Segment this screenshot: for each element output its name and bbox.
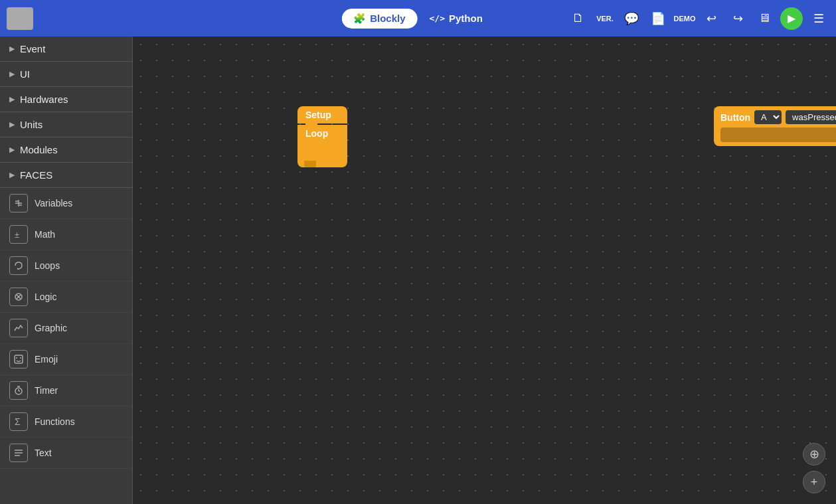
- setup-block-label: Setup: [305, 110, 331, 120]
- center-canvas-button[interactable]: ⊕: [803, 443, 825, 465]
- loops-label: Loops: [35, 260, 60, 271]
- sidebar-group-faces-header[interactable]: ▶ FACES: [0, 163, 132, 187]
- sidebar-group-faces: ▶ FACES: [0, 163, 132, 188]
- python-icon: </>: [430, 13, 445, 23]
- new-file-button[interactable]: 🗋: [568, 8, 589, 29]
- button-block-inner: Button A wasPressed: [714, 106, 836, 146]
- text-icon: [9, 444, 28, 462]
- canvas-area: Setup Loop Button A wasPressed: [133, 37, 836, 504]
- sidebar-item-emoji[interactable]: Emoji: [0, 344, 132, 375]
- button-block-label: Button: [720, 112, 750, 123]
- hardwares-arrow-icon: ▶: [9, 95, 15, 104]
- sidebar-group-hardwares-label: Hardwares: [20, 94, 68, 105]
- loop-block-label: Loop: [305, 128, 328, 139]
- variables-label: Variables: [35, 198, 72, 209]
- zoom-in-button[interactable]: +: [803, 471, 825, 493]
- graphic-icon: [9, 319, 28, 337]
- sidebar-group-units-header[interactable]: ▶ Units: [0, 112, 132, 137]
- screen-icon: 🖥: [758, 11, 770, 25]
- chat-icon: 💬: [624, 11, 639, 26]
- tab-blockly-label: Blockly: [370, 13, 405, 24]
- button-option-was-pressed[interactable]: wasPressed: [786, 110, 836, 124]
- setup-loop-block[interactable]: Setup Loop: [297, 106, 347, 167]
- header: 🧩 Blockly </> Python 🗋 VER. 💬 📄 DEMO ↩ ↪: [0, 0, 836, 37]
- sidebar-group-hardwares-header[interactable]: ▶ Hardwares: [0, 87, 132, 112]
- graphic-label: Graphic: [35, 323, 67, 333]
- sidebar-group-event-label: Event: [20, 43, 45, 54]
- sidebar-group-modules: ▶ Modules: [0, 137, 132, 163]
- emoji-label: Emoji: [35, 354, 58, 365]
- timer-icon: [9, 381, 28, 400]
- timer-label: Timer: [35, 385, 58, 396]
- text-label: Text: [35, 448, 52, 458]
- redo-icon: ↪: [733, 11, 743, 26]
- button-block[interactable]: Button A wasPressed: [714, 106, 836, 146]
- doc-icon: 📄: [651, 11, 665, 26]
- functions-icon: Σ: [9, 412, 28, 431]
- sidebar-group-modules-header[interactable]: ▶ Modules: [0, 137, 132, 162]
- event-arrow-icon: ▶: [9, 44, 15, 53]
- sidebar-item-graphic[interactable]: Graphic: [0, 313, 132, 344]
- version-button[interactable]: VER.: [594, 8, 616, 29]
- demo-button[interactable]: DEMO: [674, 8, 695, 29]
- math-icon: ±: [9, 225, 28, 244]
- screen-button[interactable]: 🖥: [754, 8, 775, 29]
- variables-icon: [9, 194, 28, 212]
- emoji-icon: [9, 350, 28, 369]
- new-file-icon: 🗋: [572, 11, 584, 25]
- version-icon: VER.: [596, 15, 614, 23]
- header-tabs: 🧩 Blockly </> Python: [341, 9, 495, 29]
- tab-blockly[interactable]: 🧩 Blockly: [341, 9, 417, 29]
- functions-label: Functions: [35, 416, 75, 427]
- doc-button[interactable]: 📄: [647, 8, 669, 29]
- canvas-controls: ⊕ +: [803, 443, 825, 493]
- math-label: Math: [35, 229, 55, 240]
- sidebar-group-hardwares: ▶ Hardwares: [0, 87, 132, 112]
- logic-label: Logic: [35, 292, 56, 302]
- center-icon: ⊕: [809, 447, 819, 462]
- sidebar-item-logic[interactable]: Logic: [0, 282, 132, 313]
- sidebar-item-text[interactable]: Text: [0, 438, 132, 469]
- menu-icon: ☰: [813, 11, 824, 26]
- chat-button[interactable]: 💬: [621, 8, 642, 29]
- sidebar-group-units: ▶ Units: [0, 112, 132, 137]
- zoom-in-icon: +: [811, 475, 818, 489]
- sidebar-group-ui-label: UI: [20, 68, 30, 80]
- ui-arrow-icon: ▶: [9, 70, 15, 78]
- svg-point-11: [20, 357, 21, 359]
- sidebar-group-faces-label: FACES: [20, 169, 52, 181]
- tab-python[interactable]: </> Python: [418, 9, 495, 29]
- sidebar-item-timer[interactable]: Timer: [0, 375, 132, 406]
- play-icon: ▶: [788, 12, 795, 25]
- button-option-a[interactable]: A: [754, 110, 782, 124]
- modules-arrow-icon: ▶: [9, 145, 15, 154]
- sidebar: ▶ Event ▶ UI ▶ Hardwares ▶ Units ▶: [0, 37, 133, 504]
- play-button[interactable]: ▶: [780, 7, 803, 30]
- sidebar-group-ui-header[interactable]: ▶ UI: [0, 62, 132, 86]
- svg-point-10: [16, 357, 17, 359]
- tab-python-label: Python: [449, 13, 483, 24]
- undo-icon: ↩: [707, 11, 716, 26]
- sidebar-group-event-header[interactable]: ▶ Event: [0, 37, 132, 61]
- faces-arrow-icon: ▶: [9, 171, 15, 179]
- sidebar-group-units-label: Units: [20, 119, 42, 130]
- button-block-slot: [720, 127, 836, 142]
- undo-button[interactable]: ↩: [701, 8, 722, 29]
- sidebar-item-variables[interactable]: Variables: [0, 188, 132, 219]
- units-arrow-icon: ▶: [9, 120, 15, 129]
- sidebar-item-loops[interactable]: Loops: [0, 250, 132, 282]
- sidebar-group-event: ▶ Event: [0, 37, 132, 62]
- button-block-row: Button A wasPressed: [720, 110, 836, 124]
- logic-icon: [9, 288, 28, 306]
- sidebar-group-ui: ▶ UI: [0, 62, 132, 87]
- loops-icon: [9, 256, 28, 275]
- svg-text:Σ: Σ: [15, 416, 21, 427]
- app-logo[interactable]: [7, 7, 33, 30]
- sidebar-item-math[interactable]: ± Math: [0, 219, 132, 250]
- menu-button[interactable]: ☰: [808, 8, 829, 29]
- redo-button[interactable]: ↪: [727, 8, 748, 29]
- demo-icon: DEMO: [674, 15, 696, 23]
- blockly-icon: 🧩: [353, 13, 366, 25]
- sidebar-group-modules-label: Modules: [20, 144, 58, 155]
- sidebar-item-functions[interactable]: Σ Functions: [0, 406, 132, 438]
